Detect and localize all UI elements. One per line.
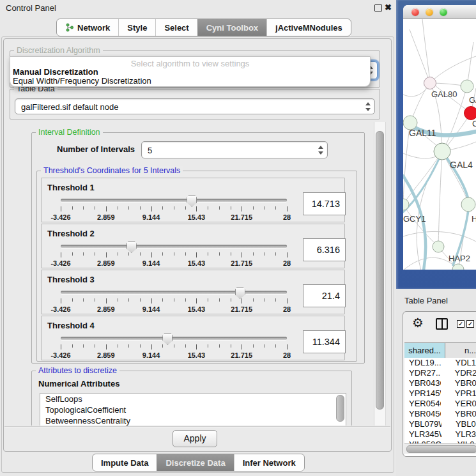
slider-thumb[interactable] <box>162 334 173 345</box>
table-row[interactable]: YBL079WYBL0... <box>404 419 476 429</box>
tab-label: Select <box>164 23 188 33</box>
algorithm-dropdown-popup: Select algorithm to view settings Manual… <box>10 56 371 87</box>
threshold-4-slider[interactable]: -3.4262.8599.14415.4321.71528 <box>61 333 287 358</box>
scrollbar-thumb[interactable] <box>406 445 476 453</box>
zoom-traffic-icon[interactable] <box>440 8 447 16</box>
slider-ticks <box>61 252 287 258</box>
checkbox-icon[interactable]: ✓ <box>457 320 464 328</box>
table-data-combo[interactable]: galFiltered.sif default node <box>15 98 375 114</box>
cell-name[interactable]: YLR3... <box>441 429 476 440</box>
network-node[interactable] <box>464 107 476 120</box>
table-row[interactable]: YPR145WYPR1... <box>404 388 476 399</box>
slider-thumb[interactable] <box>127 242 137 253</box>
table-row[interactable]: YBR045CYBR0... <box>404 409 476 419</box>
split-columns-icon[interactable] <box>436 318 448 330</box>
slider-track[interactable] <box>61 291 287 294</box>
cell-name[interactable]: YDL1... <box>441 358 476 368</box>
tab-infer-network[interactable]: Infer Network <box>234 454 304 471</box>
checkbox-icon[interactable]: ✓ <box>466 320 474 328</box>
tab-label: Network <box>77 23 110 33</box>
slider-thumb[interactable] <box>187 196 197 207</box>
tab-label: jActiveMNodules <box>275 23 342 33</box>
network-canvas[interactable]: GAL80GALCGAL11GAL4GCY1HHAP2 <box>403 19 476 270</box>
threshold-4-value[interactable]: 11.344 <box>303 330 346 353</box>
tab-jactivemnodules[interactable]: jActiveMNodules <box>266 19 351 36</box>
cell-shared-name[interactable]: YDL19... <box>404 358 441 368</box>
tab-label: Impute Data <box>101 458 148 468</box>
network-window: GAL80GALCGAL11GAL4GCY1HHAP2 <box>403 5 476 270</box>
slider-thumb[interactable] <box>235 288 245 299</box>
cell-name[interactable]: YPR1... <box>441 388 476 399</box>
numerical-attributes-label: Numerical Attributes <box>38 379 119 388</box>
network-node[interactable] <box>461 197 475 211</box>
cell-shared-name[interactable]: YDR27... <box>404 368 440 378</box>
threshold-3-slider[interactable]: -3.4262.8599.14415.4321.71528 <box>61 287 287 312</box>
network-edge[interactable] <box>438 151 442 245</box>
network-node[interactable] <box>424 77 436 89</box>
threshold-1-slider[interactable]: -3.4262.8599.14415.4321.71528 <box>61 195 287 220</box>
cell-name[interactable]: YBR0... <box>441 378 476 388</box>
tab-discretize-data[interactable]: Discretize Data <box>157 454 233 471</box>
cell-name[interactable]: YER0... <box>441 399 476 409</box>
threshold-1-value[interactable]: 14.713 <box>303 192 346 215</box>
column-header-name[interactable]: n... <box>445 343 476 358</box>
threshold-2-row: Threshold 2-3.4262.8599.14415.4321.71528… <box>41 224 345 268</box>
cell-shared-name[interactable]: YER054C <box>404 399 441 409</box>
tab-select[interactable]: Select <box>155 19 197 36</box>
network-node[interactable] <box>434 143 450 160</box>
attribute-item-selfloops[interactable]: SelfLoops <box>40 394 346 404</box>
close-icon[interactable]: ✖ <box>385 3 392 13</box>
cell-shared-name[interactable]: YBR045C <box>404 409 441 419</box>
node-label: C <box>472 119 476 128</box>
gear-icon[interactable]: ⚙ <box>412 315 424 330</box>
minimize-traffic-icon[interactable] <box>426 8 433 16</box>
tab-cyni-toolbox[interactable]: Cyni Toolbox <box>197 19 266 36</box>
cell-name[interactable]: YBR0... <box>441 409 476 419</box>
table-row[interactable]: YDL19...YDL1... <box>404 358 476 368</box>
list-scrollbar[interactable] <box>336 395 344 422</box>
threshold-3-row: Threshold 3-3.4262.8599.14415.4321.71528… <box>41 270 345 314</box>
tab-style[interactable]: Style <box>118 19 155 36</box>
apply-button[interactable]: Apply <box>173 430 217 447</box>
numerical-attributes-list[interactable]: SelfLoopsTopologicalCoefficientBetweenne… <box>40 393 346 426</box>
dropdown-option-equal-width-frequency-discretization[interactable]: Equal Width/Frequency Discretization <box>13 76 151 86</box>
horizontal-scrollbar[interactable] <box>404 443 476 454</box>
scrollbar-thumb[interactable] <box>376 131 384 410</box>
cell-shared-name[interactable]: YBR043C <box>404 378 441 388</box>
tab-impute-data[interactable]: Impute Data <box>93 454 157 471</box>
attribute-item-topologicalcoefficient[interactable]: TopologicalCoefficient <box>40 404 346 415</box>
cell-name[interactable]: YBL0... <box>441 419 476 429</box>
network-icon <box>65 23 74 32</box>
float-window-icon[interactable] <box>374 4 382 12</box>
slider-track[interactable] <box>61 245 287 248</box>
slider-tick-labels: -3.4262.8599.14415.4321.71528 <box>61 351 287 359</box>
cell-shared-name[interactable]: YBL079W <box>404 419 441 429</box>
slider-track[interactable] <box>61 337 287 340</box>
cell-shared-name[interactable]: YPR145W <box>404 388 441 399</box>
table-row[interactable]: YDR27...YDR2... <box>404 368 476 378</box>
table-row[interactable]: YBR043CYBR0... <box>404 378 476 388</box>
cell-shared-name[interactable]: YLR345W <box>404 429 441 440</box>
tab-network[interactable]: Network <box>57 19 118 36</box>
threshold-label: Threshold 2 <box>47 229 95 238</box>
table-data-combo-value: galFiltered.sif default node <box>21 102 118 111</box>
vertical-scrollbar[interactable] <box>374 122 386 426</box>
threshold-label: Threshold 1 <box>47 183 95 192</box>
threshold-3-value[interactable]: 21.4 <box>303 284 346 307</box>
table-row[interactable]: YLR345WYLR3... <box>404 429 476 440</box>
top-tab-bar: NetworkStyleSelectCyni ToolboxjActiveMNo… <box>56 19 351 36</box>
table-rows[interactable]: YDL19...YDL1...YDR27...YDR2...YBR043CYBR… <box>404 358 476 456</box>
close-traffic-icon[interactable] <box>411 8 419 16</box>
cell-name[interactable]: YDR2... <box>440 368 476 378</box>
attribute-item-betweennesscentrality[interactable]: BetweennessCentrality <box>40 415 346 426</box>
num-intervals-combo[interactable]: 5 <box>141 141 328 158</box>
network-node[interactable] <box>461 80 473 93</box>
network-node[interactable] <box>433 241 444 252</box>
slider-track[interactable] <box>61 199 287 202</box>
threshold-2-slider[interactable]: -3.4262.8599.14415.4321.71528 <box>61 241 287 266</box>
table-row[interactable]: YER054CYER0... <box>404 399 476 409</box>
network-edge[interactable] <box>403 231 476 242</box>
dropdown-option-manual-discretization[interactable]: Manual Discretization <box>13 67 98 77</box>
column-header-shared[interactable]: shared... <box>404 343 445 358</box>
threshold-2-value[interactable]: 6.316 <box>303 238 346 261</box>
